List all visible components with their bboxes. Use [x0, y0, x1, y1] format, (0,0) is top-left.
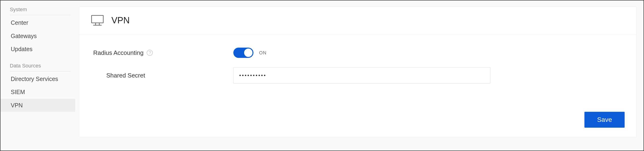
sidebar-section-header-system: System — [10, 5, 70, 15]
monitor-icon — [91, 15, 104, 26]
toggle-radius-accounting[interactable] — [233, 48, 254, 58]
help-icon[interactable]: ? — [147, 50, 153, 56]
label-radius-accounting-text: Radius Accounting — [93, 49, 144, 56]
card-body: Radius Accounting ? ON Shared Secret — [79, 34, 636, 112]
content: VPN Radius Accounting ? ON — [75, 0, 644, 151]
sidebar-item-updates[interactable]: Updates — [10, 42, 75, 56]
sidebar-item-gateways[interactable]: Gateways — [10, 29, 75, 43]
card-header: VPN — [79, 7, 636, 34]
sidebar: System Center Gateways Updates Data Sour… — [0, 0, 75, 151]
sidebar-item-directory-services[interactable]: Directory Services — [10, 72, 75, 86]
input-shared-secret[interactable] — [233, 67, 490, 84]
sidebar-section-header-data-sources: Data Sources — [10, 61, 70, 71]
settings-card: VPN Radius Accounting ? ON — [79, 6, 636, 137]
label-radius-accounting: Radius Accounting ? — [93, 49, 233, 56]
sidebar-item-siem[interactable]: SIEM — [10, 85, 75, 99]
label-shared-secret: Shared Secret — [93, 72, 233, 79]
row-shared-secret: Shared Secret — [93, 67, 622, 84]
svg-rect-0 — [92, 15, 103, 23]
spacer — [10, 56, 75, 61]
sidebar-item-center[interactable]: Center — [10, 16, 75, 29]
card-footer: Save — [79, 112, 636, 137]
toggle-state-label: ON — [259, 50, 266, 56]
toggle-knob — [244, 48, 252, 57]
app-frame: System Center Gateways Updates Data Sour… — [0, 0, 644, 151]
label-shared-secret-text: Shared Secret — [106, 72, 145, 79]
row-radius-accounting: Radius Accounting ? ON — [93, 48, 622, 58]
sidebar-item-vpn[interactable]: VPN — [0, 99, 75, 112]
page-title: VPN — [112, 15, 130, 25]
save-button[interactable]: Save — [584, 112, 624, 128]
